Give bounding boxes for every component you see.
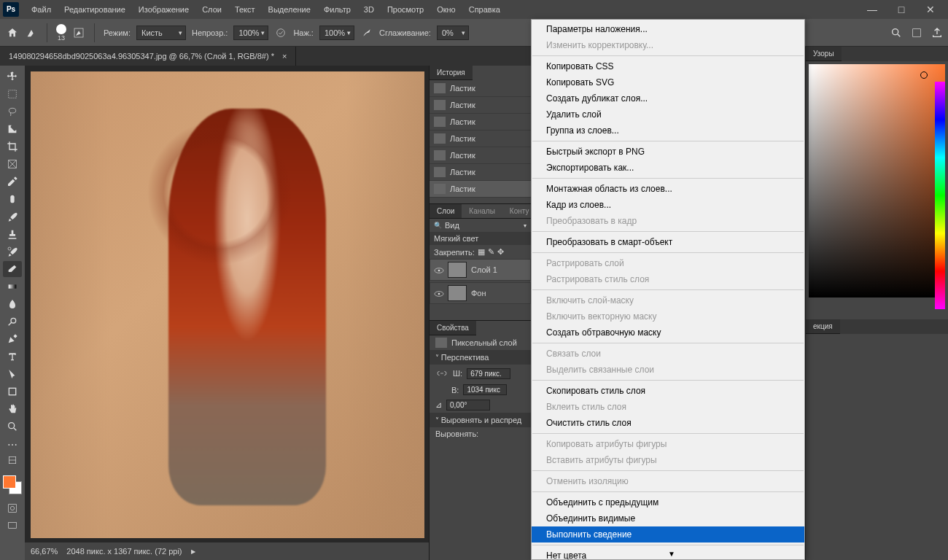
brush-tool[interactable]	[3, 209, 22, 225]
menu-item[interactable]: Выполнить сведение	[532, 526, 804, 542]
menu-item[interactable]: Объединить с предыдущим	[532, 494, 804, 510]
menu-item[interactable]: Копировать CSS	[532, 58, 804, 74]
lasso-tool[interactable]	[3, 104, 22, 120]
menu-item[interactable]: Экспортировать как...	[532, 160, 804, 176]
search-icon[interactable]	[890, 26, 903, 39]
history-item[interactable]: Ластик	[430, 131, 531, 147]
edit-toolbar-icon[interactable]	[3, 452, 22, 468]
eyedropper-tool[interactable]	[3, 174, 22, 190]
menu-фильтр[interactable]: Фильтр	[317, 0, 357, 19]
close-button[interactable]: ✕	[916, 0, 945, 19]
shape-tool[interactable]	[3, 384, 22, 400]
link-icon[interactable]	[435, 367, 448, 380]
menu-item[interactable]: Группа из слоев...	[532, 122, 804, 139]
history-brush-tool[interactable]	[3, 244, 22, 260]
crop-tool[interactable]	[3, 139, 22, 155]
history-item[interactable]: Ластик	[430, 181, 531, 198]
menu-item[interactable]: Создать обтравочную маску	[532, 324, 804, 341]
hue-slider[interactable]	[935, 82, 945, 309]
menu-редактирование[interactable]: Редактирование	[58, 0, 132, 19]
color-picker[interactable]	[809, 64, 945, 298]
menu-item[interactable]: Быстрый экспорт в PNG	[532, 144, 804, 160]
quickmask-icon[interactable]	[3, 500, 22, 516]
zoom-tool[interactable]	[3, 419, 22, 435]
opacity-input[interactable]: 100%	[233, 26, 268, 40]
history-item[interactable]: Ластик	[430, 97, 531, 114]
menu-item[interactable]: Кадр из слоев...	[532, 197, 804, 213]
menu-item[interactable]: Скопировать стиль слоя	[532, 383, 804, 399]
share-icon[interactable]	[930, 26, 944, 39]
menu-3d[interactable]: 3D	[357, 0, 381, 19]
menu-слои[interactable]: Слои	[195, 0, 228, 19]
lock-paint-icon[interactable]: ✎	[488, 247, 494, 257]
airbrush-icon[interactable]	[360, 26, 373, 39]
layer-row[interactable]: Слой 1	[430, 259, 531, 281]
canvas[interactable]	[31, 71, 424, 538]
layer-kind[interactable]: Вид	[445, 221, 459, 230]
blend-mode[interactable]: Мягкий свет	[434, 234, 478, 243]
height-input[interactable]	[463, 384, 507, 395]
tab-каналы[interactable]: Каналы	[462, 204, 502, 219]
properties-tab[interactable]: Свойства	[430, 321, 476, 335]
patterns-tab[interactable]: Узоры	[806, 47, 842, 61]
pen-tool[interactable]	[3, 331, 22, 347]
zoom-level[interactable]: 66,67%	[31, 547, 58, 556]
path-tool[interactable]	[3, 366, 22, 382]
tool-preset-icon[interactable]	[25, 26, 38, 39]
healing-tool[interactable]	[3, 191, 22, 207]
menu-выделение[interactable]: Выделение	[262, 0, 317, 19]
frame-tool[interactable]	[3, 156, 22, 172]
corrections-tab[interactable]: екция	[806, 319, 840, 334]
lock-pos-icon[interactable]: ✥	[497, 247, 504, 257]
menu-item[interactable]: Удалить слой	[532, 106, 804, 122]
minimize-button[interactable]: —	[858, 0, 887, 19]
visibility-icon[interactable]	[433, 265, 443, 275]
menu-item[interactable]: Копировать SVG	[532, 74, 804, 90]
close-tab-icon[interactable]: ×	[282, 52, 287, 61]
width-input[interactable]	[467, 368, 510, 379]
lock-trans-icon[interactable]: ▦	[478, 247, 485, 257]
hand-tool[interactable]	[3, 401, 22, 417]
workspace-icon[interactable]	[910, 26, 923, 39]
history-item[interactable]: Ластик	[430, 164, 531, 181]
stamp-tool[interactable]	[3, 226, 22, 242]
menu-item[interactable]: Монтажная область из слоев...	[532, 181, 804, 197]
screenmode-icon[interactable]	[3, 518, 22, 534]
angle-input[interactable]	[446, 400, 490, 411]
home-icon[interactable]	[6, 26, 19, 39]
gradient-tool[interactable]	[3, 279, 22, 295]
menu-текст[interactable]: Текст	[228, 0, 262, 19]
align-section[interactable]: ˅ Выровнять и распред	[430, 413, 531, 427]
color-swatch[interactable]	[3, 475, 22, 494]
menu-окно[interactable]: Окно	[430, 0, 462, 19]
extra-tools-icon[interactable]: ⋯	[7, 439, 18, 451]
maximize-button[interactable]: □	[887, 0, 916, 19]
dodge-tool[interactable]	[3, 314, 22, 330]
history-item[interactable]: Ластик	[430, 114, 531, 131]
smoothing-input[interactable]: 0%	[437, 26, 469, 40]
menu-item[interactable]: Объединить видимые	[532, 510, 804, 526]
tab-слои[interactable]: Слои	[430, 204, 462, 219]
perspective-section[interactable]: ˅ Перспектива	[430, 350, 531, 365]
blur-tool[interactable]	[3, 296, 22, 312]
type-tool[interactable]	[3, 349, 22, 365]
history-tab[interactable]: История	[430, 66, 473, 80]
menu-файл[interactable]: Файл	[25, 0, 58, 19]
pressure-opacity-icon[interactable]	[274, 26, 287, 39]
scroll-down-icon[interactable]: ▼	[668, 550, 675, 558]
history-item[interactable]: Ластик	[430, 147, 531, 164]
mode-select[interactable]: Кисть	[136, 26, 186, 40]
eraser-tool[interactable]	[3, 261, 22, 277]
menu-item[interactable]: Преобразовать в смарт-объект	[532, 234, 804, 250]
brush-panel-icon[interactable]	[72, 26, 85, 39]
history-item[interactable]: Ластик	[430, 80, 531, 97]
move-tool[interactable]	[3, 69, 22, 85]
marquee-tool[interactable]	[3, 86, 22, 102]
menu-item[interactable]: Параметры наложения...	[532, 21, 804, 37]
flow-input[interactable]: 100%	[319, 26, 354, 40]
menu-item[interactable]: Очистить стиль слоя	[532, 415, 804, 431]
document-tab[interactable]: 149080294658dbd9025063a4.96305347.jpg @ …	[0, 47, 296, 66]
layer-row[interactable]: Фон	[430, 282, 531, 304]
menu-справка[interactable]: Справка	[462, 0, 507, 19]
menu-просмотр[interactable]: Просмотр	[381, 0, 430, 19]
